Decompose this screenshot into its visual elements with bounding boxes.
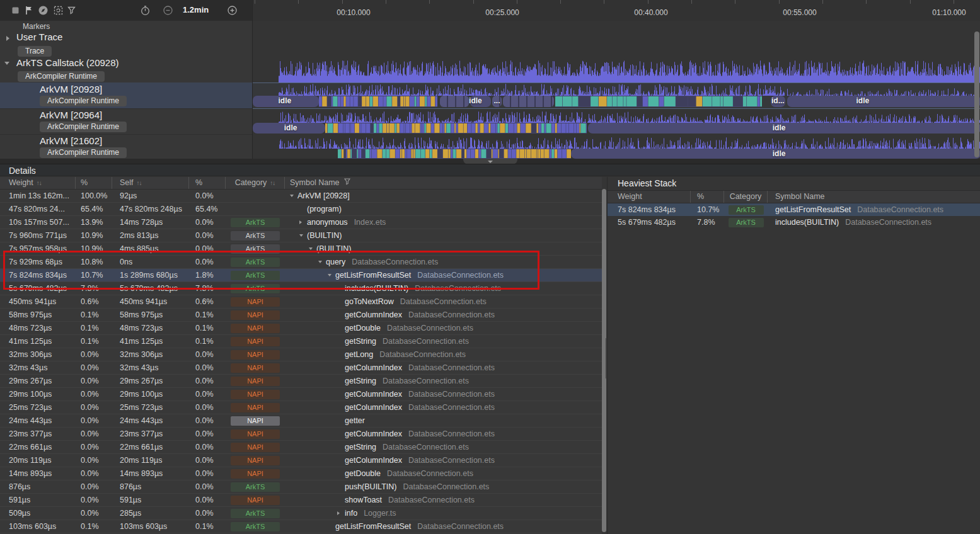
callstack-track-label[interactable]: ArkTS Callstack (20928) bbox=[16, 57, 119, 68]
ruler-time-label: 00:25.000 bbox=[474, 8, 531, 17]
symbol-name: (program) bbox=[307, 203, 342, 215]
vm-21602-activity-chart[interactable] bbox=[279, 137, 980, 149]
table-row[interactable]: 25ms 723µs0.0%25ms 723µs0.0%NAPIgetColum… bbox=[0, 401, 602, 414]
collapse-arrow-icon[interactable] bbox=[337, 511, 345, 515]
col-category[interactable]: Category↑↓ bbox=[226, 177, 285, 189]
table-row[interactable]: 14ms 893µs0.0%14ms 893µs0.0%NAPIgetDoubl… bbox=[0, 467, 602, 480]
navigate-icon[interactable] bbox=[38, 5, 49, 16]
trace-chip[interactable]: Trace bbox=[18, 46, 52, 57]
details-panel-title: Details bbox=[0, 164, 980, 176]
table-row[interactable]: 509µs0.0%285µs0.0%ArkTSinfoLogger.ts bbox=[0, 507, 602, 520]
table-row[interactable]: 876µs0.0%876µs0.0%ArkTSpush(BUILTIN)Data… bbox=[0, 480, 602, 494]
table-row[interactable]: 591µs0.0%591µs0.0%NAPIshowToastDatabaseC… bbox=[0, 494, 602, 507]
flag-icon[interactable] bbox=[24, 5, 35, 16]
state-segment-idle[interactable] bbox=[787, 96, 980, 107]
table-row[interactable]: 7s 960ms 771µs10.9%2ms 813µs0.0%ArkTS(BU… bbox=[0, 229, 602, 242]
callstack-runtime-chip[interactable]: ArkCompiler Runtime bbox=[18, 71, 105, 82]
expand-arrow-icon[interactable] bbox=[318, 261, 326, 263]
user-trace-track-label[interactable]: User Trace bbox=[16, 31, 62, 42]
filter-icon[interactable] bbox=[66, 5, 77, 16]
table-row[interactable]: 5s 679ms 482µs7.8%5s 679ms 482µs7.8%ArkT… bbox=[0, 282, 602, 295]
symbol-file: DatabaseConnection.ets bbox=[415, 282, 501, 295]
state-segment-chunks[interactable] bbox=[440, 96, 469, 107]
table-row[interactable]: 450ms 941µs0.6%450ms 941µs0.6%NAPIgoToNe… bbox=[0, 295, 602, 309]
table-row[interactable]: 1min 13s 162m...100.0%92µs0.0%ArkVM [209… bbox=[0, 190, 602, 203]
vm-row-20928[interactable]: ArkVM [20928] ArkCompiler Runtime bbox=[0, 82, 252, 109]
table-row[interactable]: 32ms 43µs0.0%32ms 43µs0.0%NAPIgetColumnI… bbox=[0, 361, 602, 375]
ruler-tick bbox=[429, 0, 430, 4]
table-row[interactable]: 23ms 377µs0.0%23ms 377µs0.0%NAPIgetColum… bbox=[0, 428, 602, 441]
symbol-name: getColumnIndex bbox=[345, 388, 402, 401]
col-category[interactable]: Category bbox=[724, 191, 768, 203]
table-row[interactable]: 7s 957ms 958µs10.9%4ms 885µs0.0%ArkTS(BU… bbox=[0, 242, 602, 256]
vm-name: ArkVM [21602] bbox=[40, 135, 102, 146]
heaviest-stack-panel: Heaviest Stack Weight % Category Symbol … bbox=[607, 177, 980, 534]
table-row[interactable]: 103ms 603µs0.1%103ms 603µs0.1%ArkTSgetLi… bbox=[0, 520, 602, 533]
callstack-expand-icon[interactable] bbox=[4, 62, 9, 65]
ruler-time-label: 01:10.000 bbox=[921, 8, 977, 17]
timeline-tracks[interactable]: idleidle...id...idle idleidle idle bbox=[252, 21, 980, 159]
table-row[interactable]: 41ms 125µs0.1%41ms 125µs0.1%NAPIgetStrin… bbox=[0, 335, 602, 348]
expand-arrow-icon[interactable] bbox=[309, 247, 316, 250]
heaviest-stack-row[interactable]: 5s 679ms 482µs7.8%ArkTSincludes(BUILTIN)… bbox=[608, 216, 980, 229]
vm-20964-state-bar[interactable]: idleidle bbox=[253, 123, 980, 134]
markers-track-label[interactable]: Markers bbox=[23, 22, 50, 31]
state-segment-chunks[interactable] bbox=[503, 96, 554, 107]
col-weight[interactable]: Weight bbox=[608, 191, 691, 203]
col-weight[interactable]: Weight↑↓ bbox=[0, 177, 76, 189]
vm-runtime-chip: ArkCompiler Runtime bbox=[40, 147, 127, 158]
timer-icon[interactable] bbox=[140, 5, 151, 16]
col-symbol-name[interactable]: Symbol Name bbox=[768, 191, 980, 203]
table-row[interactable]: 32ms 306µs0.0%32ms 306µs0.0%NAPIgetLongD… bbox=[0, 348, 602, 361]
vm-row-20964[interactable]: ArkVM [20964] ArkCompiler Runtime bbox=[0, 108, 252, 135]
category-badge: NAPI bbox=[231, 496, 280, 505]
expand-arrow-icon[interactable] bbox=[290, 195, 297, 197]
symbol-name: getter bbox=[345, 414, 365, 427]
col-self[interactable]: Self↑↓ bbox=[112, 177, 189, 189]
vm-20928-state-bar[interactable]: idleidle...id...idle bbox=[253, 96, 980, 107]
vm-20928-activity-chart[interactable] bbox=[279, 84, 980, 96]
col-pct[interactable]: % bbox=[691, 191, 724, 203]
time-ruler[interactable]: 00:10.00000:25.00000:40.00000:55.00001:1… bbox=[252, 0, 980, 21]
symbol-filter-icon[interactable] bbox=[343, 177, 351, 189]
vm-row-21602[interactable]: ArkVM [21602] ArkCompiler Runtime bbox=[0, 134, 252, 159]
capture-icon[interactable] bbox=[53, 5, 64, 16]
table-row[interactable]: 29ms 267µs0.0%29ms 267µs0.0%NAPIgetStrin… bbox=[0, 375, 602, 388]
vm-20964-activity-chart[interactable] bbox=[279, 111, 980, 123]
state-segment-mixed[interactable] bbox=[325, 123, 587, 134]
table-row[interactable]: 7s 824ms 834µs10.7%1s 289ms 680µs1.8%Ark… bbox=[0, 269, 602, 282]
table-row[interactable]: 29ms 100µs0.0%29ms 100µs0.0%NAPIgetColum… bbox=[0, 388, 602, 401]
table-row[interactable]: 48ms 723µs0.1%48ms 723µs0.1%NAPIgetDoubl… bbox=[0, 322, 602, 335]
collapse-arrow-icon[interactable] bbox=[299, 220, 307, 224]
expand-arrow-icon[interactable] bbox=[328, 274, 335, 276]
col-pct[interactable]: % bbox=[76, 177, 112, 189]
symbol-name: anonymous bbox=[307, 216, 348, 229]
table-row[interactable]: 10s 157ms 507...13.9%14ms 728µs0.0%ArkTS… bbox=[0, 216, 602, 229]
stop-icon[interactable] bbox=[10, 5, 21, 16]
table-row[interactable]: 7s 929ms 68µs10.8%0ns0.0%ArkTSqueryDatab… bbox=[0, 256, 602, 269]
category-badge: NAPI bbox=[231, 443, 280, 452]
table-row[interactable]: 47s 820ms 24...65.4%47s 820ms 248µs65.4%… bbox=[0, 203, 602, 216]
zoom-out-icon[interactable] bbox=[163, 5, 173, 16]
category-badge: ArkTS bbox=[231, 482, 280, 492]
heaviest-stack-body: 7s 824ms 834µs10.7%ArkTSgetListFromResul… bbox=[608, 203, 980, 229]
table-row[interactable]: 20ms 119µs0.0%20ms 119µs0.0%NAPIgetColum… bbox=[0, 454, 602, 467]
state-segment-teal[interactable] bbox=[555, 96, 762, 107]
timeline-scrollbar[interactable] bbox=[974, 31, 979, 157]
col-symbol-name[interactable]: Symbol Name bbox=[285, 177, 602, 189]
table-row[interactable]: 58ms 975µs0.1%58ms 975µs0.1%NAPIgetColum… bbox=[0, 309, 602, 322]
category-badge: NAPI bbox=[231, 456, 280, 465]
state-segment-mixed[interactable] bbox=[319, 96, 437, 107]
category-badge: NAPI bbox=[231, 469, 280, 479]
expand-arrow-icon[interactable] bbox=[299, 234, 307, 237]
zoom-in-icon[interactable] bbox=[227, 5, 238, 16]
vm-21602-state-bar[interactable]: idle bbox=[253, 149, 980, 159]
heaviest-stack-row[interactable]: 7s 824ms 834µs10.7%ArkTSgetListFromResul… bbox=[608, 203, 980, 216]
col-pct2[interactable]: % bbox=[189, 177, 226, 189]
profiler-window: 1.2min 00:10.00000:25.00000:40.00000:55.… bbox=[0, 0, 980, 534]
table-row[interactable]: 22ms 661µs0.0%22ms 661µs0.0%NAPIgetStrin… bbox=[0, 441, 602, 454]
callstack-activity-chart[interactable] bbox=[279, 60, 980, 82]
table-row[interactable]: 24ms 443µs0.0%24ms 443µs0.0%NAPIgetter bbox=[0, 414, 602, 428]
state-segment-mixed[interactable] bbox=[338, 149, 571, 159]
user-trace-collapse-icon[interactable] bbox=[6, 36, 9, 41]
